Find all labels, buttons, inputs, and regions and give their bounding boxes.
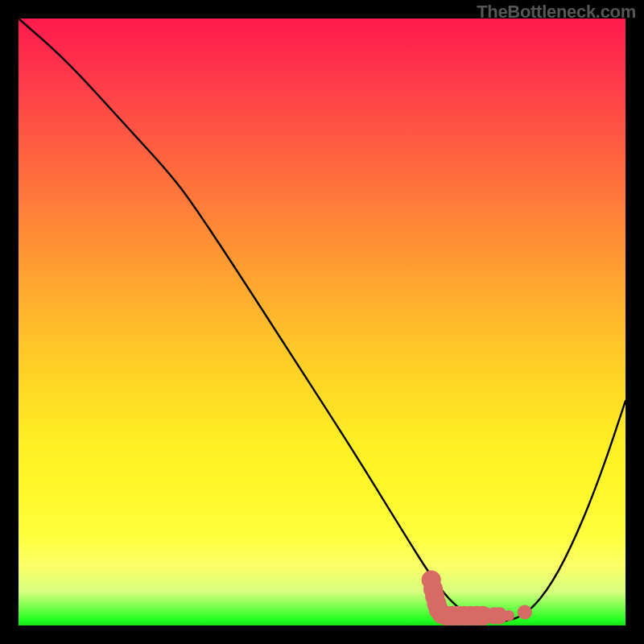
marker-dot — [518, 605, 532, 619]
marker-cluster — [422, 570, 532, 625]
chart-area — [19, 19, 625, 625]
marker-dot — [503, 610, 514, 621]
bottleneck-curve — [19, 19, 625, 621]
chart-svg — [19, 19, 625, 625]
